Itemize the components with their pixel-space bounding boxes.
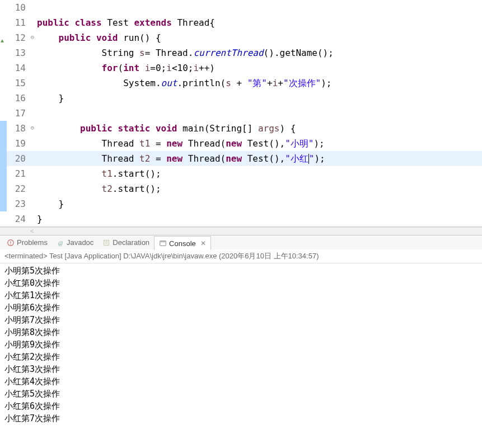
line-number: 24 — [7, 211, 29, 227]
code-text[interactable]: public static void main(String[] args) { — [36, 121, 482, 136]
console-line: 小红第2次操作 — [4, 351, 478, 363]
gutter-annotation — [0, 181, 7, 196]
code-text[interactable]: String s= Thread.currentThread().getName… — [36, 45, 482, 60]
line-number: 17 — [7, 106, 29, 121]
code-text[interactable]: } — [36, 211, 482, 227]
line-number: 23 — [7, 196, 29, 211]
line-number: 16 — [7, 91, 29, 106]
declaration-icon — [102, 239, 110, 247]
line-number: 15 — [7, 76, 29, 91]
gutter-annotation — [0, 121, 7, 136]
code-text[interactable]: t2.start(); — [36, 181, 482, 196]
line-number: 19 — [7, 136, 29, 151]
tab-declaration[interactable]: Declaration — [98, 235, 154, 249]
code-text[interactable] — [36, 0, 482, 15]
console-line: 小红第5次操作 — [4, 388, 478, 400]
code-text[interactable]: } — [36, 91, 482, 106]
horizontal-scrollbar[interactable]: < — [0, 227, 482, 235]
line-number: 22 — [7, 181, 29, 196]
line-number: 21 — [7, 166, 29, 181]
tab-label: Problems — [17, 238, 48, 247]
console-line: 小明第5次操作 — [4, 265, 478, 277]
view-tabs: Problems @ Javadoc Declaration Console ✕ — [0, 235, 482, 249]
code-line[interactable]: 23 } — [0, 196, 482, 211]
tab-label: Declaration — [113, 238, 149, 247]
code-line[interactable]: 20 Thread t2 = new Thread(new Test(),"小红… — [0, 151, 482, 166]
svg-point-2 — [10, 243, 11, 244]
fold-toggle-icon — [29, 196, 36, 211]
problems-icon — [7, 239, 15, 247]
code-line[interactable]: 16 } — [0, 91, 482, 106]
line-number: 20 — [7, 151, 29, 166]
console-output[interactable]: 小明第5次操作小红第0次操作小红第1次操作小明第6次操作小明第7次操作小明第8次… — [0, 263, 482, 426]
code-text[interactable]: Thread t2 = new Thread(new Test(),"小红"); — [36, 151, 482, 166]
svg-rect-4 — [104, 240, 109, 245]
code-line[interactable]: 22 t2.start(); — [0, 181, 482, 196]
gutter-annotation — [0, 136, 7, 151]
code-text[interactable]: System.out.println(s + "第"+i+"次操作"); — [36, 76, 482, 91]
console-terminated-line: <terminated> Test [Java Application] D:\… — [0, 249, 482, 263]
fold-toggle-icon — [29, 151, 36, 166]
code-text[interactable]: public class Test extends Thread{ — [36, 15, 482, 30]
gutter-annotation — [0, 211, 7, 227]
tab-label: Console — [169, 239, 196, 248]
gutter-annotation — [0, 45, 7, 60]
fold-toggle-icon — [29, 15, 36, 30]
code-line[interactable]: 14 for(int i=0;i<10;i++) — [0, 60, 482, 76]
tab-problems[interactable]: Problems — [2, 235, 52, 249]
code-text[interactable] — [36, 106, 482, 121]
code-text[interactable]: t1.start(); — [36, 166, 482, 181]
code-line[interactable]: 18⊖ public static void main(String[] arg… — [0, 121, 482, 136]
code-line[interactable]: 15 System.out.println(s + "第"+i+"次操作"); — [0, 76, 482, 91]
code-text[interactable]: public void run() { — [36, 30, 482, 45]
code-line[interactable]: 10 — [0, 0, 482, 15]
gutter-annotation: ▲ — [0, 30, 7, 45]
scroll-left-icon: < — [30, 228, 34, 235]
line-number: 18 — [7, 121, 29, 136]
console-line: 小红第1次操作 — [4, 289, 478, 301]
gutter-annotation — [0, 151, 7, 166]
console-line: 小红第4次操作 — [4, 375, 478, 388]
fold-toggle-icon — [29, 136, 36, 151]
close-icon[interactable]: ✕ — [200, 239, 206, 247]
line-number: 10 — [7, 0, 29, 15]
code-line[interactable]: 13 String s= Thread.currentThread().getN… — [0, 45, 482, 60]
fold-toggle-icon — [29, 211, 36, 227]
gutter-annotation — [0, 91, 7, 106]
code-editor[interactable]: 1011public class Test extends Thread{▲12… — [0, 0, 482, 227]
fold-toggle-icon — [29, 76, 36, 91]
fold-toggle-icon — [29, 106, 36, 121]
fold-toggle-icon — [29, 60, 36, 76]
console-icon — [159, 239, 167, 247]
gutter-annotation — [0, 60, 7, 76]
tab-console[interactable]: Console ✕ — [154, 236, 211, 250]
code-line[interactable]: 19 Thread t1 = new Thread(new Test(),"小明… — [0, 136, 482, 151]
code-line[interactable]: 17 — [0, 106, 482, 121]
line-number: 12 — [7, 30, 29, 45]
code-text[interactable]: for(int i=0;i<10;i++) — [36, 60, 482, 76]
svg-rect-8 — [160, 241, 166, 243]
fold-toggle-icon — [29, 166, 36, 181]
fold-toggle-icon[interactable]: ⊖ — [29, 121, 36, 136]
gutter-annotation — [0, 76, 7, 91]
gutter-annotation — [0, 166, 7, 181]
tab-javadoc[interactable]: @ Javadoc — [52, 235, 98, 249]
code-line[interactable]: 11public class Test extends Thread{ — [0, 15, 482, 30]
code-line[interactable]: 21 t1.start(); — [0, 166, 482, 181]
code-line[interactable]: ▲12⊖ public void run() { — [0, 30, 482, 45]
svg-text:@: @ — [58, 239, 63, 246]
code-text[interactable]: } — [36, 196, 482, 211]
gutter-annotation — [0, 0, 7, 15]
line-number: 13 — [7, 45, 29, 60]
fold-toggle-icon — [29, 91, 36, 106]
fold-toggle-icon — [29, 45, 36, 60]
console-line: 小红第0次操作 — [4, 277, 478, 289]
console-line: 小红第6次操作 — [4, 400, 478, 412]
gutter-annotation — [0, 106, 7, 121]
code-line[interactable]: 24} — [0, 211, 482, 227]
console-line: 小明第9次操作 — [4, 338, 478, 351]
fold-toggle-icon — [29, 0, 36, 15]
fold-toggle-icon[interactable]: ⊖ — [29, 30, 36, 45]
code-text[interactable]: Thread t1 = new Thread(new Test(),"小明"); — [36, 136, 482, 151]
gutter-annotation — [0, 196, 7, 211]
